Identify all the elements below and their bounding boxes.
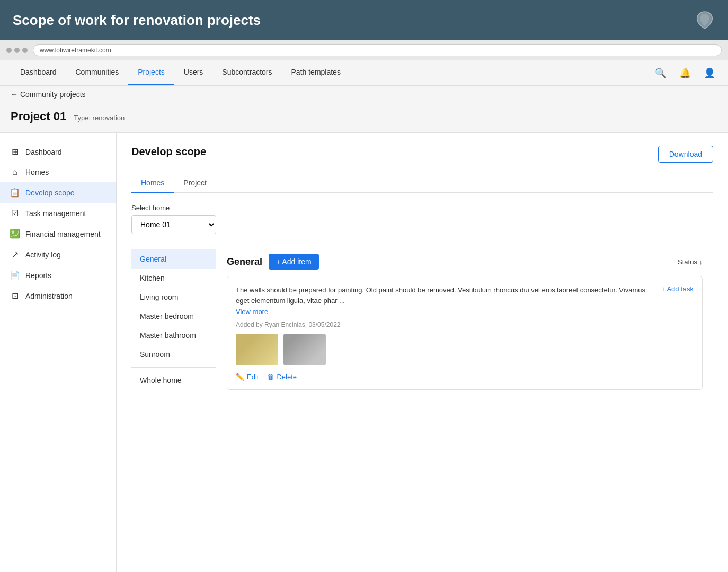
notifications-button[interactable]: 🔔: [677, 65, 693, 81]
sidebar-item-dashboard[interactable]: ⊞ Dashboard: [0, 141, 116, 162]
room-item-general[interactable]: General: [131, 249, 216, 269]
reports-icon: 📄: [10, 270, 20, 280]
nav-links: Dashboard Communities Projects Users Sub…: [11, 60, 350, 85]
tab-homes[interactable]: Homes: [131, 173, 174, 193]
dashboard-icon: ⊞: [10, 147, 20, 157]
scope-title-wrap: General + Add item: [227, 254, 319, 270]
scope-card-body: The walls should be prepared for paintin…: [236, 285, 694, 316]
edit-label: Edit: [247, 373, 259, 381]
sidebar-label-dashboard: Dashboard: [25, 148, 62, 156]
home-select[interactable]: Home 01 Home 02 Home 03: [131, 215, 216, 234]
financial-management-icon: 💹: [10, 229, 20, 239]
browser-bar: www.lofiwireframekit.com: [0, 40, 728, 60]
sidebar-label-homes: Homes: [25, 168, 49, 176]
page-header-title: Project 01 Type: renovation: [11, 110, 717, 123]
room-list: General Kitchen Living room Master bedro…: [131, 245, 216, 398]
delete-button[interactable]: 🗑 Delete: [267, 373, 297, 381]
view-more-link[interactable]: View more: [236, 308, 661, 316]
scope-actions: ✏️ Edit 🗑 Delete: [236, 373, 694, 381]
download-button[interactable]: Download: [658, 146, 713, 163]
delete-label: Delete: [277, 373, 297, 381]
project-type: Type: renovation: [74, 114, 125, 122]
nav-icons: 🔍 🔔 👤: [653, 65, 717, 81]
room-item-master-bathroom[interactable]: Master bathroom: [131, 326, 216, 345]
scope-image-wall-inner: [236, 334, 278, 365]
tabs: Homes Project: [131, 173, 713, 193]
scope-image-concrete[interactable]: [283, 334, 326, 365]
scope-image-wall[interactable]: [236, 334, 278, 365]
sidebar-label-reports: Reports: [25, 271, 51, 280]
nav-path-templates[interactable]: Path templates: [282, 60, 350, 85]
sidebar-label-activity-log: Activity log: [25, 251, 61, 259]
sidebar-item-homes[interactable]: ⌂ Homes: [0, 162, 116, 182]
app-body: ⊞ Dashboard ⌂ Homes 📋 Develop scope ☑ Ta…: [0, 133, 728, 572]
app-logo: [694, 10, 715, 31]
scope-card: The walls should be prepared for paintin…: [227, 276, 703, 390]
sidebar-item-administration[interactable]: ⊡ Administration: [0, 285, 116, 306]
content-header: Develop scope Download: [131, 146, 713, 163]
add-item-button[interactable]: + Add item: [269, 254, 319, 270]
nav-dashboard[interactable]: Dashboard: [11, 60, 66, 85]
room-divider: [131, 367, 216, 368]
browser-dots: [6, 48, 28, 53]
edit-button[interactable]: ✏️ Edit: [236, 373, 259, 381]
back-button[interactable]: ← Community projects: [11, 90, 86, 99]
room-item-living-room[interactable]: Living room: [131, 288, 216, 307]
sidebar-label-administration: Administration: [25, 292, 73, 300]
room-item-sunroom[interactable]: Sunroom: [131, 345, 216, 364]
user-profile-button[interactable]: 👤: [702, 65, 717, 81]
scope-images: [236, 334, 694, 365]
sidebar-label-develop-scope: Develop scope: [25, 189, 75, 197]
browser-url: www.lofiwireframekit.com: [33, 44, 722, 56]
main-nav: Dashboard Communities Projects Users Sub…: [0, 60, 728, 86]
room-item-master-bedroom[interactable]: Master bedroom: [131, 307, 216, 326]
scope-card-text: The walls should be prepared for paintin…: [236, 285, 661, 306]
task-management-icon: ☑: [10, 208, 20, 218]
sidebar-item-reports[interactable]: 📄 Reports: [0, 265, 116, 285]
nav-projects[interactable]: Projects: [128, 60, 174, 85]
delete-icon: 🗑: [267, 373, 274, 381]
select-home-label: Select home: [131, 204, 713, 212]
room-item-kitchen[interactable]: Kitchen: [131, 269, 216, 288]
sidebar: ⊞ Dashboard ⌂ Homes 📋 Develop scope ☑ Ta…: [0, 133, 117, 572]
tab-project[interactable]: Project: [174, 173, 216, 193]
add-task-button[interactable]: + Add task: [661, 285, 694, 293]
administration-icon: ⊡: [10, 291, 20, 301]
sidebar-item-task-management[interactable]: ☑ Task management: [0, 203, 116, 224]
added-by: Added by Ryan Encinias, 03/05/2022: [236, 321, 694, 328]
project-title: Project 01: [11, 110, 66, 123]
scope-title: General: [227, 256, 262, 267]
page-header: Project 01 Type: renovation: [0, 103, 728, 133]
nav-communities[interactable]: Communities: [66, 60, 129, 85]
sidebar-item-develop-scope[interactable]: 📋 Develop scope: [0, 182, 116, 203]
scope-header: General + Add item Status ↓: [227, 254, 703, 270]
main-content: Develop scope Download Homes Project Sel…: [117, 133, 728, 572]
top-banner: Scope of work for renovation projects: [0, 0, 728, 40]
breadcrumb: ← Community projects: [0, 86, 728, 103]
edit-icon: ✏️: [236, 373, 244, 381]
status-sort[interactable]: Status ↓: [678, 258, 703, 266]
search-button[interactable]: 🔍: [653, 65, 669, 81]
homes-icon: ⌂: [10, 167, 20, 177]
content-title: Develop scope: [131, 146, 206, 158]
app-title: Scope of work for renovation projects: [13, 12, 261, 29]
scope-image-concrete-inner: [283, 334, 326, 365]
browser-dot-red: [6, 48, 12, 53]
nav-users[interactable]: Users: [174, 60, 213, 85]
sidebar-label-financial-management: Financial management: [25, 230, 101, 238]
two-col: General Kitchen Living room Master bedro…: [131, 245, 713, 398]
browser-dot-green: [22, 48, 28, 53]
scope-area: General + Add item Status ↓ The walls sh…: [216, 245, 713, 398]
sidebar-item-financial-management[interactable]: 💹 Financial management: [0, 224, 116, 244]
sidebar-label-task-management: Task management: [25, 209, 86, 218]
sidebar-item-activity-log[interactable]: ↗ Activity log: [0, 244, 116, 265]
home-select-wrap: Select home Home 01 Home 02 Home 03: [131, 204, 713, 234]
room-item-whole-home[interactable]: Whole home: [131, 371, 216, 390]
nav-subcontractors[interactable]: Subcontractors: [212, 60, 281, 85]
browser-dot-yellow: [14, 48, 20, 53]
activity-log-icon: ↗: [10, 249, 20, 260]
develop-scope-icon: 📋: [10, 187, 20, 198]
scope-card-description: The walls should be prepared for paintin…: [236, 285, 661, 316]
